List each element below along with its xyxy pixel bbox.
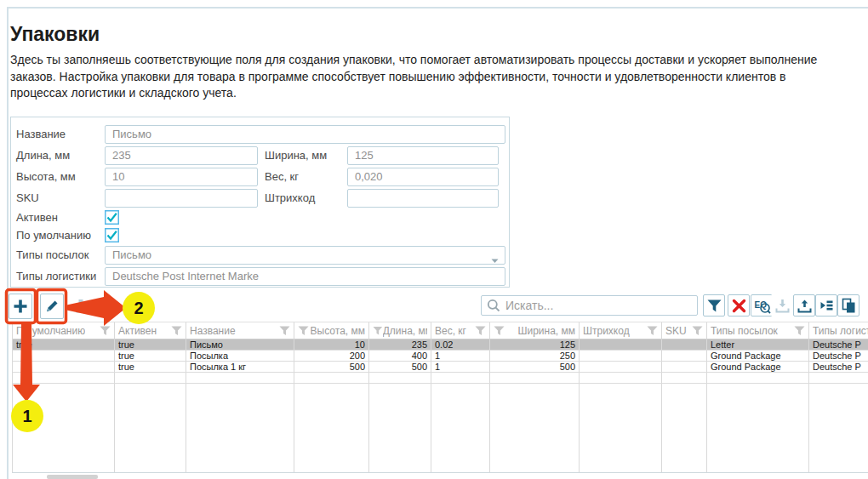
weight-input[interactable] (347, 168, 499, 186)
column-header-label: Название (190, 325, 236, 337)
table-cell (431, 384, 490, 473)
column-filter-icon[interactable] (373, 326, 383, 336)
table-cell[interactable] (490, 373, 580, 384)
column-filter-icon[interactable] (298, 326, 309, 336)
sku-input[interactable] (105, 189, 258, 208)
table-cell[interactable]: true (115, 362, 186, 373)
table-cell[interactable]: true (115, 351, 186, 362)
table-cell[interactable]: Letter (707, 339, 809, 351)
table-cell[interactable]: 235 (369, 339, 431, 351)
table-cell[interactable]: 10 (294, 339, 369, 351)
table-cell[interactable]: 1 (431, 362, 490, 373)
column-filter-icon[interactable] (647, 326, 658, 336)
table-cell[interactable] (809, 373, 868, 384)
table-row[interactable]: trueПосылка 1 кг5005001500Ground Package… (13, 362, 868, 373)
horizontal-scrollbar-thumb[interactable] (47, 475, 98, 479)
column-header[interactable]: Название (186, 322, 294, 339)
copy-button[interactable] (837, 294, 859, 316)
table-cell[interactable]: 0.02 (431, 339, 490, 351)
column-filter-icon[interactable] (100, 326, 111, 336)
column-header[interactable]: Типы посылок (707, 322, 809, 339)
column-filter-icon[interactable] (475, 326, 486, 336)
table-cell[interactable] (294, 373, 369, 384)
column-header[interactable]: Длина, мм (369, 322, 431, 339)
table-cell[interactable] (662, 362, 707, 373)
edit-button[interactable] (40, 294, 64, 319)
active-checkbox[interactable] (105, 210, 119, 225)
table-cell[interactable] (369, 373, 431, 384)
column-filter-icon[interactable] (171, 326, 182, 336)
table-cell[interactable] (431, 373, 490, 384)
length-input[interactable] (105, 146, 258, 165)
search-input[interactable] (505, 299, 692, 312)
table-cell[interactable]: Deutsche P (809, 351, 868, 362)
column-header[interactable]: Высота, мм (294, 322, 369, 339)
column-header[interactable]: По умолчанию (13, 322, 115, 339)
clear-filter-button[interactable] (728, 294, 750, 316)
table-cell[interactable]: Deutsche P (809, 362, 868, 373)
column-header-label: Длина, мм (383, 325, 427, 337)
table-cell[interactable]: 500 (490, 362, 580, 373)
column-filter-icon[interactable] (692, 326, 703, 336)
table-cell[interactable]: 500 (294, 362, 369, 373)
table-cell[interactable]: Письмо (186, 339, 294, 351)
table-row[interactable] (13, 373, 868, 384)
table-cell[interactable]: 400 (369, 351, 431, 362)
table-cell[interactable] (707, 373, 809, 384)
table-cell (580, 384, 662, 473)
table-row[interactable]: trueПосылка2004001250Ground PackageDeuts… (13, 351, 868, 362)
table-cell[interactable] (580, 339, 662, 351)
table-cell[interactable] (115, 373, 186, 384)
table-cell[interactable]: true (13, 339, 115, 351)
table-header-row: По умолчаниюАктивенНазваниеВысота, ммДли… (13, 322, 868, 339)
table-cell[interactable]: Посылка (186, 351, 294, 362)
table-cell[interactable]: 200 (294, 351, 369, 362)
add-button[interactable] (9, 294, 32, 319)
table-cell (809, 384, 868, 473)
table-cell[interactable] (580, 373, 662, 384)
name-input[interactable] (105, 125, 505, 144)
table-cell[interactable] (13, 373, 115, 384)
table-cell[interactable]: Посылка 1 кг (186, 362, 294, 373)
column-filter-icon[interactable] (794, 326, 805, 336)
table-row (13, 384, 868, 473)
column-header[interactable]: Типы логистики (809, 322, 868, 339)
table-cell[interactable]: 500 (369, 362, 431, 373)
parcel-types-select[interactable] (105, 246, 505, 265)
table-cell[interactable]: 1 (431, 351, 490, 362)
column-header-label: Вес, кг (435, 325, 466, 337)
column-header[interactable]: SKU (662, 322, 707, 339)
table-cell[interactable] (662, 373, 707, 384)
table-cell[interactable]: Ground Package (707, 362, 809, 373)
column-filter-icon[interactable] (494, 326, 505, 336)
group-panel-button[interactable] (815, 294, 837, 316)
filter-button[interactable] (703, 294, 725, 316)
column-filter-icon[interactable] (279, 326, 290, 336)
export-button[interactable] (793, 294, 815, 316)
table-cell[interactable]: Ground Package (707, 351, 809, 362)
table-cell[interactable]: true (115, 339, 186, 351)
table-cell[interactable]: 250 (490, 351, 580, 362)
default-checkbox[interactable] (105, 228, 119, 242)
barcode-input[interactable] (347, 189, 499, 208)
table-cell[interactable] (13, 351, 115, 362)
column-header[interactable]: Активен (115, 322, 186, 339)
table-cell[interactable] (580, 362, 662, 373)
table-cell[interactable] (662, 339, 707, 351)
column-header[interactable]: Ширина, мм (490, 322, 580, 339)
table-cell[interactable]: Deutsche P (809, 339, 868, 351)
height-input[interactable] (105, 168, 258, 186)
table-cell[interactable] (186, 373, 294, 384)
table-cell[interactable] (580, 351, 662, 362)
advanced-search-button[interactable]: EQ (751, 294, 773, 316)
table-cell[interactable] (662, 351, 707, 362)
column-header[interactable]: Вес, кг (431, 322, 490, 339)
width-input[interactable] (347, 146, 499, 165)
table-cell[interactable]: 125 (490, 339, 580, 351)
clear-filter-icon (731, 298, 747, 314)
logistic-types-input[interactable] (105, 267, 505, 286)
column-header[interactable]: Штрихкод (580, 322, 662, 339)
table-cell[interactable] (13, 362, 115, 373)
column-header-label: SKU (665, 325, 687, 337)
table-row[interactable]: truetrueПисьмо102350.02125LetterDeutsche… (13, 339, 868, 351)
